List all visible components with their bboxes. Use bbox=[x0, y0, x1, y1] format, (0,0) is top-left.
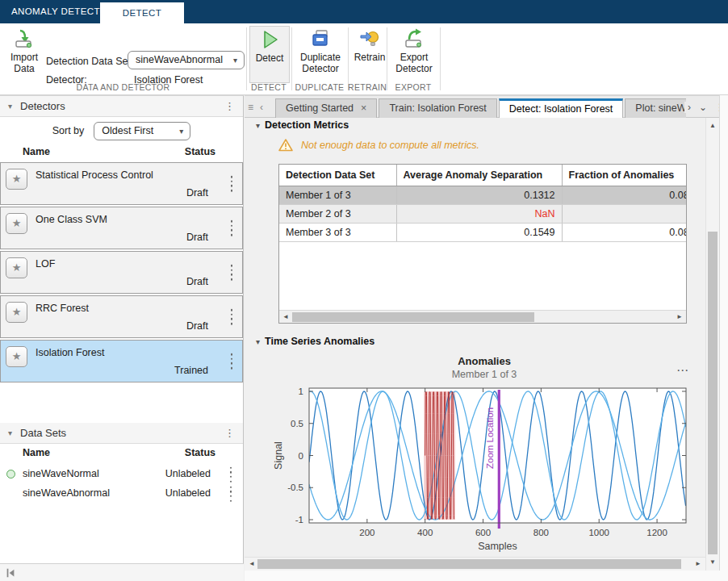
favorite-star-button[interactable]: ★ bbox=[6, 302, 27, 323]
document-tab[interactable]: Train: Isolation Forest bbox=[379, 98, 496, 119]
detector-name: LOF bbox=[36, 258, 55, 270]
metrics-table-head: Detection Data SetAverage Anomaly Separa… bbox=[279, 165, 687, 186]
document-tab[interactable]: Getting Started× bbox=[275, 98, 377, 119]
table-row[interactable]: Member 1 of 30.13120.0846 bbox=[279, 186, 687, 205]
document-tab[interactable]: Plot: sineWa bbox=[625, 98, 686, 119]
document-vertical-scrollbar[interactable]: ▲ ▼ bbox=[705, 118, 719, 571]
table-header-cell[interactable]: Average Anomaly Separation bbox=[396, 165, 562, 186]
scrollbar-thumb[interactable] bbox=[257, 559, 681, 569]
tab-close-icon[interactable]: × bbox=[361, 102, 366, 114]
datasets-kebab-icon[interactable]: ⋮ bbox=[224, 427, 235, 439]
dataset-status: Unlabeled bbox=[165, 468, 211, 479]
x-tick-label: 1000 bbox=[588, 528, 609, 537]
table-cell: Member 3 of 3 bbox=[279, 224, 396, 242]
item-kebab-icon[interactable] bbox=[231, 307, 233, 326]
item-kebab-icon[interactable] bbox=[230, 466, 232, 484]
tabs-scroll-right-icon[interactable]: › bbox=[688, 102, 691, 113]
collapse-triangle-icon[interactable]: ▾ bbox=[8, 102, 12, 111]
dock-menu-icon[interactable]: ≡ bbox=[248, 102, 253, 113]
section-collapse-icon[interactable]: ▾ bbox=[256, 337, 260, 346]
item-kebab-icon[interactable] bbox=[231, 263, 233, 282]
dataset-row[interactable]: sineWaveAbnormalUnlabeled bbox=[0, 484, 243, 504]
detector-list: ★Statistical Process ControlDraft★One Cl… bbox=[0, 162, 243, 382]
table-horizontal-scrollbar[interactable]: ◄ ► bbox=[279, 310, 686, 323]
detector-card[interactable]: ★RRC ForestDraft bbox=[0, 295, 243, 338]
detect-button[interactable]: Detect bbox=[249, 26, 290, 83]
time-series-section-header[interactable]: ▾ Time Series Anomalies bbox=[256, 336, 374, 347]
y-tick-label: 1 bbox=[299, 387, 303, 396]
detection-metrics-section-header[interactable]: ▾ Detection Metrics bbox=[256, 119, 349, 131]
import-data-button[interactable]: Import Data bbox=[3, 26, 45, 83]
table-row[interactable]: Member 2 of 3NaN0 bbox=[279, 205, 687, 224]
scroll-left-icon[interactable]: ◄ bbox=[282, 311, 289, 324]
favorite-star-button[interactable]: ★ bbox=[6, 169, 27, 190]
scroll-right-icon[interactable]: ► bbox=[695, 558, 701, 571]
table-cell: Member 2 of 3 bbox=[279, 205, 396, 224]
tabs-scroll-left-icon[interactable]: ‹ bbox=[260, 102, 263, 113]
scroll-down-icon[interactable]: ▼ bbox=[709, 556, 716, 569]
table-header-cell[interactable]: Detection Data Set bbox=[279, 165, 396, 186]
scroll-right-icon[interactable]: ► bbox=[676, 311, 683, 324]
detector-name: RRC Forest bbox=[36, 303, 89, 314]
detect-button-label: Detect bbox=[256, 52, 284, 64]
ribbon-tab-detect[interactable]: DETECT bbox=[100, 2, 184, 23]
detectors-kebab-icon[interactable]: ⋮ bbox=[224, 100, 235, 112]
sort-by-dropdown[interactable]: Oldest First ▾ bbox=[94, 122, 190, 140]
collapse-panel-icon[interactable] bbox=[5, 567, 16, 579]
document-tab[interactable]: Detect: Isolation Forest bbox=[499, 98, 624, 119]
datasets-panel-title: Data Sets bbox=[20, 427, 66, 439]
collapse-triangle-icon[interactable]: ▾ bbox=[8, 428, 12, 437]
detector-card[interactable]: ★LOFDraft bbox=[0, 251, 243, 294]
detect-document: ▾ Detection Metrics Not enough data to c… bbox=[245, 118, 705, 557]
dataset-row[interactable]: sineWaveNormalUnlabeled bbox=[0, 465, 243, 484]
section-collapse-icon[interactable]: ▾ bbox=[256, 121, 260, 130]
chart-options-icon[interactable]: ⋯ bbox=[676, 363, 689, 378]
duplicate-detector-label: Duplicate Detector bbox=[294, 52, 347, 74]
metrics-warning: Not enough data to compute all metrics. bbox=[278, 139, 479, 152]
item-kebab-icon[interactable] bbox=[231, 174, 233, 193]
document-tab-label: Detect: Isolation Forest bbox=[509, 103, 613, 115]
scroll-left-icon[interactable]: ◄ bbox=[249, 558, 255, 571]
item-kebab-icon[interactable] bbox=[231, 352, 233, 370]
detector-card[interactable]: ★Statistical Process ControlDraft bbox=[0, 162, 243, 205]
item-kebab-icon[interactable] bbox=[230, 485, 232, 504]
retrain-button[interactable]: Retrain bbox=[350, 26, 389, 83]
anomalies-plot-svg[interactable]: Zoom Location20040060080010001200-1-0.50… bbox=[266, 353, 702, 557]
table-cell: 0.0846 bbox=[562, 186, 687, 205]
plot-area[interactable] bbox=[309, 388, 686, 523]
detection-metrics-title: Detection Metrics bbox=[265, 119, 349, 131]
item-kebab-icon[interactable] bbox=[231, 219, 233, 237]
detector-name: Isolation Forest bbox=[36, 347, 104, 358]
scrollbar-thumb[interactable] bbox=[292, 312, 534, 322]
scroll-up-icon[interactable]: ▲ bbox=[709, 119, 716, 132]
combobox-dropdown-icon[interactable]: ▾ bbox=[233, 52, 237, 69]
zoom-location-label: Zoom Location bbox=[485, 408, 495, 469]
detector-card[interactable]: ★Isolation ForestTrained bbox=[0, 340, 243, 382]
detector-status: Draft bbox=[186, 232, 208, 243]
favorite-star-button[interactable]: ★ bbox=[6, 257, 27, 278]
export-detector-button[interactable]: Export Detector bbox=[390, 26, 438, 83]
detectors-column-headers: Name Status bbox=[0, 144, 243, 162]
bottom-strip bbox=[245, 571, 728, 581]
detection-data-set-combobox[interactable]: sineWaveAbnormal ▾ bbox=[128, 51, 245, 69]
detectors-panel-header[interactable]: ▾ Detectors ⋮ bbox=[0, 96, 243, 117]
sort-by-label: Sort by bbox=[52, 125, 85, 136]
table-header-cell[interactable]: Fraction of Anomalies bbox=[562, 165, 687, 186]
tabs-list-icon[interactable]: ⌄ bbox=[699, 102, 707, 113]
document-horizontal-scrollbar[interactable]: ◄ ► bbox=[245, 557, 705, 571]
favorite-star-button[interactable]: ★ bbox=[6, 213, 27, 234]
metrics-table[interactable]: Detection Data SetAverage Anomaly Separa… bbox=[279, 165, 687, 242]
sort-dropdown-icon[interactable]: ▾ bbox=[179, 123, 183, 140]
dataset-status: Unlabeled bbox=[165, 487, 211, 499]
section-detect: DETECT bbox=[246, 82, 291, 92]
duplicate-detector-button[interactable]: Duplicate Detector bbox=[294, 26, 347, 83]
ribbon-separator bbox=[387, 27, 387, 90]
detector-card[interactable]: ★One Class SVMDraft bbox=[0, 207, 243, 249]
datasets-panel-header[interactable]: ▾ Data Sets ⋮ bbox=[0, 423, 243, 444]
scrollbar-thumb[interactable] bbox=[708, 232, 718, 554]
favorite-star-button[interactable]: ★ bbox=[6, 346, 27, 367]
detector-status: Draft bbox=[186, 320, 208, 332]
table-row[interactable]: Member 3 of 30.15490.0846 bbox=[279, 224, 687, 242]
section-data-and-detector: DATA AND DETECTOR bbox=[0, 82, 246, 92]
datasets-col-status: Status bbox=[185, 447, 215, 458]
